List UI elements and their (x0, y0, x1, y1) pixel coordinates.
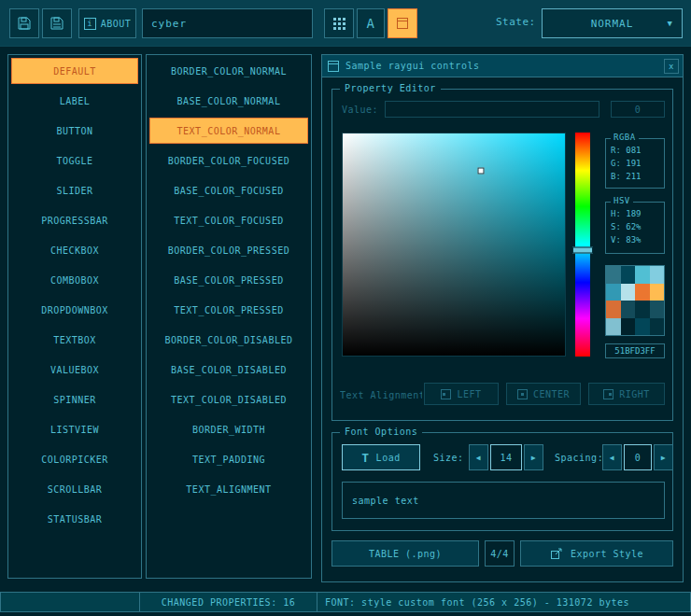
control-item-colorpicker[interactable]: COLORPICKER (11, 446, 138, 472)
hex-color-box[interactable]: 51BFD3FF (605, 343, 665, 358)
property-item-base_color_pressed[interactable]: BASE_COLOR_PRESSED (149, 267, 308, 293)
changed-properties-text: CHANGED PROPERTIES: 16 (162, 597, 295, 608)
style-name-input[interactable] (142, 8, 313, 38)
state-dropdown-value: NORMAL (591, 18, 634, 30)
hue-bar[interactable] (575, 133, 590, 357)
palette-swatch[interactable] (621, 301, 636, 318)
hsv-v-value: V: 83% (606, 233, 664, 246)
control-item-scrollbar[interactable]: SCROLLBAR (11, 476, 138, 502)
palette-swatch[interactable] (650, 284, 665, 301)
property-item-text_padding[interactable]: TEXT_PADDING (149, 446, 308, 472)
font-view-button[interactable]: A (357, 8, 385, 38)
window-icon (397, 18, 408, 29)
property-item-text_color_disabled[interactable]: TEXT_COLOR_DISABLED (149, 386, 308, 413)
style-table-view-button[interactable] (324, 8, 354, 38)
property-item-border_color_disabled[interactable]: BORDER_COLOR_DISABLED (149, 327, 308, 353)
palette-swatch[interactable] (635, 284, 650, 301)
property-item-border_width[interactable]: BORDER_WIDTH (149, 416, 308, 442)
export-style-button[interactable]: Export Style (520, 540, 673, 567)
property-item-base_color_focused[interactable]: BASE_COLOR_FOCUSED (149, 177, 308, 203)
window-close-button[interactable]: x (664, 59, 679, 74)
control-item-listview[interactable]: LISTVIEW (11, 416, 138, 442)
align-left-icon (441, 389, 451, 399)
property-item-text_color_pressed[interactable]: TEXT_COLOR_PRESSED (149, 297, 308, 323)
control-item-valuebox[interactable]: VALUEBOX (11, 357, 138, 383)
control-item-default[interactable]: DEFAULT (11, 58, 138, 84)
about-button[interactable]: i ABOUT (78, 8, 136, 38)
font-info-text: FONT: style custom font (256 x 256) - 13… (325, 597, 629, 608)
palette-swatch[interactable] (606, 318, 621, 336)
property-item-border_color_normal[interactable]: BORDER_COLOR_NORMAL (149, 58, 308, 84)
control-item-dropdownbox[interactable]: DROPDOWNBOX (11, 297, 138, 323)
sample-text-box[interactable]: sample text (342, 482, 665, 519)
property-editor-group: Property Editor Value: 0 RGBA R: 081 G: … (331, 89, 673, 421)
palette-swatch[interactable] (606, 301, 621, 318)
control-item-textbox[interactable]: TEXTBOX (11, 327, 138, 353)
hsv-h-value: H: 189 (606, 207, 664, 220)
palette-swatch[interactable] (606, 266, 621, 284)
property-item-base_color_normal[interactable]: BASE_COLOR_NORMAL (149, 88, 308, 114)
font-size-label: Size: (433, 453, 464, 463)
palette-swatch[interactable] (650, 318, 665, 336)
palette-swatch[interactable] (606, 284, 621, 301)
window-titlebar[interactable]: Sample raygui controls (322, 55, 683, 77)
font-spacing-value: 0 (635, 453, 642, 463)
state-dropdown[interactable]: NORMAL ▼ (542, 8, 683, 38)
right-arrow-icon: ▶ (661, 454, 666, 462)
control-item-button[interactable]: BUTTON (11, 118, 138, 144)
window-title-icon (328, 61, 339, 72)
font-spacing-decrease-button[interactable]: ◀ (602, 444, 622, 470)
control-item-spinner[interactable]: SPINNER (11, 386, 138, 413)
palette-swatch[interactable] (635, 301, 650, 318)
value-box[interactable]: 0 (611, 101, 665, 118)
font-size-increase-button[interactable]: ▶ (524, 444, 543, 470)
palette-swatch[interactable] (650, 301, 665, 318)
property-item-text_color_focused[interactable]: TEXT_COLOR_FOCUSED (149, 207, 308, 233)
palette-swatch[interactable] (621, 284, 636, 301)
font-a-icon: A (367, 16, 375, 31)
font-spacing-increase-button[interactable]: ▶ (654, 444, 673, 470)
control-item-combobox[interactable]: COMBOBOX (11, 267, 138, 293)
close-icon: x (669, 62, 674, 71)
font-load-button[interactable]: T Load (342, 444, 420, 470)
font-size-decrease-button[interactable]: ◀ (469, 444, 488, 470)
controls-view-button[interactable] (388, 8, 417, 38)
hue-slider-handle[interactable] (572, 247, 593, 254)
export-format-counter[interactable]: 4/4 (485, 540, 515, 567)
control-item-slider[interactable]: SLIDER (11, 177, 138, 203)
save-style-button[interactable] (9, 8, 39, 38)
property-item-text_color_normal[interactable]: TEXT_COLOR_NORMAL (149, 118, 308, 144)
palette-swatch[interactable] (650, 266, 665, 284)
property-item-text_alignment[interactable]: TEXT_ALIGNMENT (149, 476, 308, 502)
palette-swatch[interactable] (635, 318, 650, 336)
palette-swatch[interactable] (621, 318, 636, 336)
control-item-progressbar[interactable]: PROGRESSBAR (11, 207, 138, 233)
font-size-value: 14 (500, 453, 512, 463)
align-left-button[interactable]: LEFT (424, 383, 499, 405)
state-label: State: (496, 16, 536, 28)
property-item-base_color_disabled[interactable]: BASE_COLOR_DISABLED (149, 357, 308, 383)
palette-swatch[interactable] (621, 266, 636, 284)
control-item-statusbar[interactable]: STATUSBAR (11, 506, 138, 532)
hex-color-value: 51BFD3FF (614, 346, 655, 356)
value-input[interactable] (385, 101, 599, 118)
font-size-value-box[interactable]: 14 (490, 444, 522, 470)
align-right-button[interactable]: RIGHT (588, 383, 665, 405)
control-item-toggle[interactable]: TOGGLE (11, 147, 138, 174)
control-item-checkbox[interactable]: CHECKBOX (11, 237, 138, 263)
controls-list: DEFAULTLABELBUTTONTOGGLESLIDERPROGRESSBA… (7, 54, 142, 579)
export-table-button[interactable]: TABLE (.png) (331, 540, 479, 567)
property-item-border_color_focused[interactable]: BORDER_COLOR_FOCUSED (149, 147, 308, 174)
font-spacing-value-box[interactable]: 0 (624, 444, 652, 470)
property-item-border_color_pressed[interactable]: BORDER_COLOR_PRESSED (149, 237, 308, 263)
color-saturation-value-panel[interactable] (342, 133, 566, 357)
export-table-label: TABLE (.png) (369, 549, 442, 559)
value-box-text: 0 (635, 105, 642, 115)
control-item-label[interactable]: LABEL (11, 88, 138, 114)
palette-swatch[interactable] (635, 266, 650, 284)
save-style-as-button[interactable] (42, 8, 72, 38)
font-spacing-label: Spacing: (555, 453, 603, 463)
align-center-button[interactable]: CENTER (506, 383, 581, 405)
font-options-label: Font Options (340, 427, 422, 437)
color-picker-marker[interactable] (477, 168, 484, 175)
